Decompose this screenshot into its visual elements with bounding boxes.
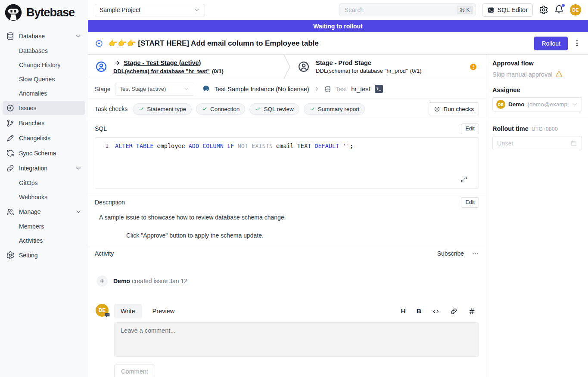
sidebar-item-gitops[interactable]: GitOps	[3, 176, 85, 189]
sidebar-item-databases[interactable]: Databases	[3, 44, 85, 57]
rollout-time-input[interactable]: Unset	[492, 136, 582, 150]
chevron-down-icon	[75, 208, 82, 215]
task-check-sql-review[interactable]: SQL review	[249, 103, 299, 115]
task-check-connection[interactable]: Connection	[196, 103, 245, 115]
sidebar-item-issues[interactable]: Issues	[3, 101, 85, 115]
hash-icon[interactable]	[468, 308, 476, 315]
search-input[interactable]	[344, 6, 454, 14]
stage-warning-icon	[469, 63, 477, 71]
manage-icon	[6, 207, 15, 216]
search-box[interactable]: ⌘ K	[339, 3, 476, 16]
tab-write[interactable]: Write	[114, 304, 142, 318]
sidebar-item-label: Changelists	[19, 135, 50, 142]
sidebar-nav: DatabaseDatabasesChange HistorySlow Quer…	[0, 23, 88, 263]
heading-icon[interactable]: H	[401, 307, 406, 315]
issue-status-icon	[95, 39, 103, 48]
tab-preview[interactable]: Preview	[146, 304, 181, 318]
instance-link[interactable]: Test Sample Instance (No license)	[215, 86, 309, 93]
sidebar-item-database[interactable]: Database	[3, 29, 85, 43]
description-body: A sample issue to showcase how to review…	[95, 213, 479, 240]
sidebar-item-anomalies[interactable]: Anomalies	[3, 87, 85, 100]
comment-input[interactable]	[114, 322, 479, 357]
logo[interactable]: Bytebase	[0, 0, 88, 23]
link-icon[interactable]	[450, 308, 457, 315]
rollout-time-label: Rollout time	[492, 125, 529, 132]
task-check-summary-report[interactable]: Summary report	[304, 103, 365, 115]
issue-menu-kebab-icon[interactable]	[573, 39, 581, 47]
sidebar-item-integration[interactable]: Integration	[3, 161, 85, 175]
sidebar-item-label: Anomalies	[19, 90, 47, 97]
stage-cards: Stage - Test Stage (active) DDL(schema) …	[88, 55, 486, 79]
stage-card-prod[interactable]: Stage - Prod Stage DDL(schema) for datab…	[290, 55, 486, 79]
event-text: Democreated issue Jan 12	[113, 278, 187, 284]
stage-card-test[interactable]: Stage - Test Stage (active) DDL(schema) …	[88, 55, 283, 79]
topbar-right: ⌘ K SQL Editor DE	[339, 3, 581, 17]
sidebar-item-slow-queries[interactable]: Slow Queries	[3, 72, 85, 86]
app-root: Bytebase DatabaseDatabasesChange History…	[0, 0, 588, 377]
activity-heading: Activity	[95, 250, 114, 257]
sql-editor-button[interactable]: SQL Editor	[482, 3, 533, 17]
stage-separator-icon	[283, 55, 290, 79]
content-row: Stage - Test Stage (active) DDL(schema) …	[88, 55, 588, 377]
approval-flow-value-row: Skip manual approval	[492, 71, 582, 78]
assignee-select[interactable]: DE Demo (demo@example	[492, 97, 582, 111]
sidebar-item-webhooks[interactable]: Webhooks	[3, 190, 85, 204]
sidebar-item-sync-schema[interactable]: Sync Schema	[3, 146, 85, 160]
setting-icon	[6, 251, 15, 260]
run-checks-button[interactable]: Run checks	[429, 102, 479, 115]
sidebar-item-branches[interactable]: Branches	[3, 116, 85, 130]
open-sql-editor-badge[interactable]	[375, 85, 383, 93]
issue-header: 👉👉👉 [START HERE] Add email column to Emp…	[88, 32, 588, 55]
activity-section: Activity Subscribe Democreated issue Jan…	[88, 245, 486, 377]
sidebar-item-activities[interactable]: Activities	[3, 234, 85, 247]
sidebar-item-label: Branches	[19, 120, 44, 127]
code-icon[interactable]	[432, 308, 439, 315]
activity-more-icon[interactable]	[472, 250, 479, 257]
brand-name: Bytebase	[26, 6, 75, 19]
rollout-time-placeholder: Unset	[497, 140, 513, 147]
sql-edit-button[interactable]: Edit	[461, 124, 479, 134]
comment-button[interactable]: Comment	[114, 365, 155, 377]
project-select[interactable]: Sample Project	[95, 4, 205, 16]
content: Stage - Test Stage (active) DDL(schema) …	[88, 55, 486, 377]
rollout-button[interactable]: Rollout	[534, 37, 568, 50]
sidebar-item-setting[interactable]: Setting	[3, 248, 85, 262]
line-number: 1	[95, 142, 115, 188]
task-check-statement-type[interactable]: Statement type	[133, 103, 192, 115]
sidebar-item-change-history[interactable]: Change History	[3, 58, 85, 71]
sidebar-item-changelists[interactable]: Changelists	[3, 131, 85, 145]
run-checks-target-icon	[434, 106, 440, 112]
description-edit-button[interactable]: Edit	[461, 197, 479, 208]
sidebar-item-manage[interactable]: Manage	[3, 204, 85, 219]
notifications-button[interactable]	[554, 5, 564, 15]
database-link[interactable]: hr_test	[351, 86, 370, 93]
stage-name: Stage - Test Stage (active)	[124, 59, 201, 66]
comment-avatar: DE	[96, 304, 109, 317]
sidebar-item-label: Manage	[19, 208, 41, 215]
check-icon	[202, 106, 208, 112]
sql-code-line: ALTER TABLE employee ADD COLUMN IF NOT E…	[115, 142, 353, 188]
stage-select[interactable]: Test Stage (active)	[115, 83, 194, 96]
expand-editor-icon[interactable]	[460, 176, 467, 183]
description-heading: Description	[95, 199, 125, 206]
settings-gear-icon[interactable]	[539, 5, 548, 15]
sql-heading: SQL	[95, 125, 107, 132]
main-area: Sample Project ⌘ K SQL Editor DE	[88, 0, 588, 377]
bold-icon[interactable]: B	[417, 307, 421, 315]
issues-icon	[6, 104, 15, 112]
chevron-down-icon	[193, 6, 200, 13]
sql-editor[interactable]: 1 ALTER TABLE employee ADD COLUMN IF NOT…	[95, 137, 479, 189]
sidebar-item-label: Integration	[19, 165, 47, 172]
stage-label: Stage	[95, 86, 111, 93]
activity-event: Democreated issue Jan 12	[95, 275, 479, 287]
sidebar-item-label: Database	[19, 33, 45, 40]
assignee-avatar: DE	[496, 100, 505, 109]
rollout-timezone: UTC+0800	[532, 126, 558, 132]
stage-task-link[interactable]: DDL(schema) for database "hr_test"	[113, 68, 210, 74]
terminal-icon	[487, 6, 495, 14]
bytebase-logo-icon	[4, 3, 22, 22]
topbar: Sample Project ⌘ K SQL Editor DE	[88, 0, 588, 20]
subscribe-button[interactable]: Subscribe	[437, 250, 464, 257]
user-avatar[interactable]: DE	[570, 4, 581, 15]
sidebar-item-members[interactable]: Members	[3, 219, 85, 233]
